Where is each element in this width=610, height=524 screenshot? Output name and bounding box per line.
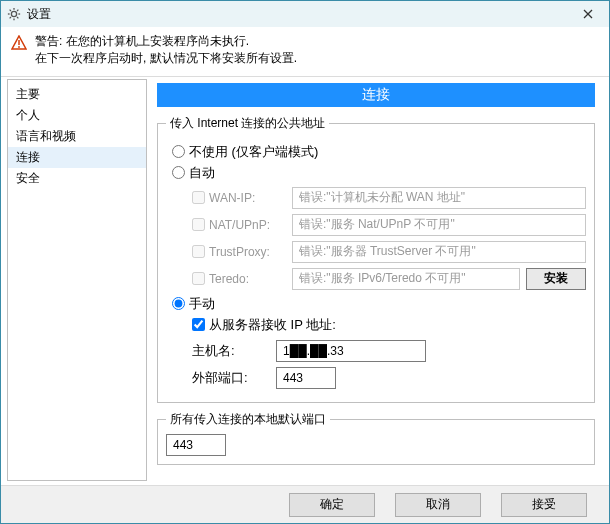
- host-input[interactable]: [276, 340, 426, 362]
- teredo-field[interactable]: [292, 268, 520, 290]
- titlebar-left: 设置: [7, 6, 51, 23]
- local-port-legend: 所有传入连接的本地默认端口: [166, 411, 330, 428]
- svg-line-6: [17, 17, 18, 18]
- sidebar-item-label: 主要: [16, 87, 40, 101]
- main-panel: 连接 传入 Internet 连接的公共地址 不使用 (仅客户端模式) 自动 W…: [151, 77, 609, 485]
- sidebar-item-label: 语言和视频: [16, 129, 76, 143]
- local-port-input[interactable]: [166, 434, 226, 456]
- close-icon: [583, 6, 593, 22]
- window-title: 设置: [27, 6, 51, 23]
- warning-line2: 在下一次程序启动时, 默认情况下将安装所有设置.: [35, 50, 297, 67]
- trust-checkbox[interactable]: [192, 245, 205, 258]
- sidebar-item-label: 个人: [16, 108, 40, 122]
- accept-button[interactable]: 接受: [501, 493, 587, 517]
- cancel-button-label: 取消: [426, 496, 450, 513]
- radio-manual-label: 手动: [189, 295, 215, 313]
- local-port-group: 所有传入连接的本地默认端口: [157, 411, 595, 465]
- auto-options: WAN-IP: NAT/UPnP: TrustProxy: Teredo:: [192, 187, 586, 290]
- nat-check[interactable]: NAT/UPnP:: [192, 218, 292, 232]
- teredo-checkbox[interactable]: [192, 272, 205, 285]
- nat-checkbox[interactable]: [192, 218, 205, 231]
- install-button-label: 安装: [544, 270, 568, 287]
- cancel-button[interactable]: 取消: [395, 493, 481, 517]
- close-button[interactable]: [567, 1, 609, 27]
- dialog-body: 主要 个人 语言和视频 连接 安全 连接 传入 Internet 连接的公共地址…: [1, 76, 609, 485]
- ok-button[interactable]: 确定: [289, 493, 375, 517]
- trust-field[interactable]: [292, 241, 586, 263]
- warning-text: 警告: 在您的计算机上安装程序尚未执行. 在下一次程序启动时, 默认情况下将安装…: [35, 33, 297, 68]
- ext-port-row: 外部端口:: [192, 367, 586, 389]
- titlebar: 设置: [1, 1, 609, 27]
- svg-line-8: [17, 10, 18, 11]
- sidebar-item-main[interactable]: 主要: [8, 84, 146, 105]
- wan-ip-label: WAN-IP:: [209, 191, 255, 205]
- dialog-footer: 确定 取消 接受: [1, 485, 609, 523]
- radio-none-input[interactable]: [172, 145, 185, 158]
- wan-ip-field[interactable]: [292, 187, 586, 209]
- wan-ip-check[interactable]: WAN-IP:: [192, 191, 292, 205]
- teredo-label: Teredo:: [209, 272, 249, 286]
- install-button[interactable]: 安装: [526, 268, 586, 290]
- host-row: 主机名:: [192, 340, 586, 362]
- receive-ip-label: 从服务器接收 IP 地址:: [209, 316, 336, 334]
- svg-line-7: [10, 17, 11, 18]
- wan-ip-row: WAN-IP:: [192, 187, 586, 209]
- nat-label: NAT/UPnP:: [209, 218, 270, 232]
- receive-ip-check[interactable]: 从服务器接收 IP 地址:: [192, 316, 586, 334]
- sidebar-item-label: 安全: [16, 171, 40, 185]
- section-title: 连接: [157, 83, 595, 107]
- receive-ip-checkbox[interactable]: [192, 318, 205, 331]
- sidebar-item-security[interactable]: 安全: [8, 168, 146, 189]
- sidebar-item-label: 连接: [16, 150, 40, 164]
- warning-line1: 警告: 在您的计算机上安装程序尚未执行.: [35, 33, 297, 50]
- svg-line-5: [10, 10, 11, 11]
- warning-banner: 警告: 在您的计算机上安装程序尚未执行. 在下一次程序启动时, 默认情况下将安装…: [1, 27, 609, 76]
- radio-none[interactable]: 不使用 (仅客户端模式): [172, 143, 586, 161]
- radio-manual[interactable]: 手动: [172, 295, 586, 313]
- wan-ip-checkbox[interactable]: [192, 191, 205, 204]
- svg-point-13: [18, 46, 20, 48]
- trust-label: TrustProxy:: [209, 245, 270, 259]
- radio-manual-input[interactable]: [172, 297, 185, 310]
- accept-button-label: 接受: [532, 496, 556, 513]
- manual-options: 从服务器接收 IP 地址: 主机名: 外部端口:: [192, 316, 586, 389]
- incoming-address-group: 传入 Internet 连接的公共地址 不使用 (仅客户端模式) 自动 WAN-…: [157, 115, 595, 403]
- ok-button-label: 确定: [320, 496, 344, 513]
- sidebar: 主要 个人 语言和视频 连接 安全: [7, 79, 147, 481]
- radio-auto-input[interactable]: [172, 166, 185, 179]
- radio-auto[interactable]: 自动: [172, 164, 586, 182]
- host-label: 主机名:: [192, 342, 276, 360]
- trust-check[interactable]: TrustProxy:: [192, 245, 292, 259]
- radio-none-label: 不使用 (仅客户端模式): [189, 143, 318, 161]
- svg-point-0: [11, 11, 16, 16]
- sidebar-item-lang-video[interactable]: 语言和视频: [8, 126, 146, 147]
- warning-icon: [11, 35, 27, 68]
- radio-auto-label: 自动: [189, 164, 215, 182]
- settings-window: 设置 警告: 在您的计算机上安装程序尚未执行. 在下一次程序启动时, 默认情况下…: [0, 0, 610, 524]
- incoming-legend: 传入 Internet 连接的公共地址: [166, 115, 329, 132]
- ext-port-label: 外部端口:: [192, 369, 276, 387]
- gear-icon: [7, 7, 21, 21]
- teredo-row: Teredo: 安装: [192, 268, 586, 290]
- nat-row: NAT/UPnP:: [192, 214, 586, 236]
- trust-row: TrustProxy:: [192, 241, 586, 263]
- ext-port-input[interactable]: [276, 367, 336, 389]
- nat-field[interactable]: [292, 214, 586, 236]
- sidebar-item-connection[interactable]: 连接: [8, 147, 146, 168]
- sidebar-item-personal[interactable]: 个人: [8, 105, 146, 126]
- teredo-check[interactable]: Teredo:: [192, 272, 292, 286]
